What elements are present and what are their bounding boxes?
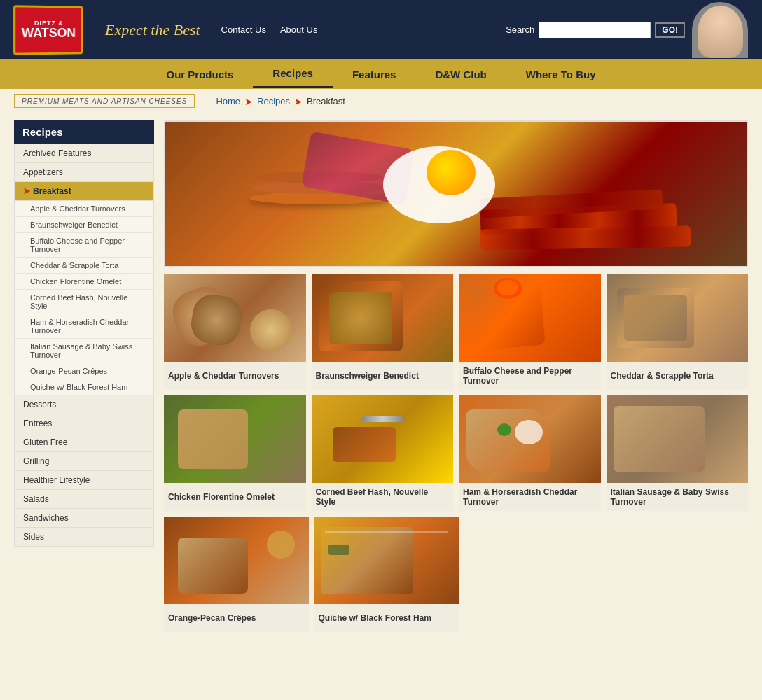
sidebar-item-grilling[interactable]: Grilling [15, 452, 153, 471]
recipe-thumb-apple-cheddar [164, 274, 306, 362]
sidebar-item-entrees[interactable]: Entrees [15, 414, 153, 433]
recipe-label-orange-pecan: Orange-Pecan Crêpes [164, 604, 309, 632]
sidebar-item-healthier-lifestyle[interactable]: Healthier Lifestyle [15, 471, 153, 490]
sidebar: Recipes Archived Features Appetizers ➤ B… [14, 120, 154, 632]
content-area: Recipes Archived Features Appetizers ➤ B… [0, 113, 762, 646]
sidebar-subitem-apple-cheddar[interactable]: Apple & Cheddar Turnovers [15, 201, 153, 217]
recipe-thumb-buffalo [459, 274, 601, 362]
lady-silhouette [698, 6, 743, 58]
recipe-card-orange-pecan[interactable]: Orange-Pecan Crêpes [164, 517, 309, 632]
recipe-label-corned-beef: Corned Beef Hash, Nouvelle Style [312, 483, 454, 511]
recipe-thumb-ham-horseradish [459, 396, 601, 483]
main-navigation: Our Products Recipes Features D&W Club W… [0, 59, 762, 89]
recipe-card-apple-cheddar[interactable]: Apple & Cheddar Turnovers [164, 274, 306, 390]
sidebar-item-gluten-free[interactable]: Gluten Free [15, 433, 153, 452]
hero-food-visual [165, 122, 747, 266]
recipe-label-quiche: Quiche w/ Black Forest Ham [314, 604, 459, 632]
nav-features[interactable]: Features [333, 62, 416, 88]
sidebar-subitem-orange-pecan[interactable]: Orange-Pecan Crêpes [15, 363, 153, 379]
recipe-label-chicken-florentine: Chicken Florentine Omelet [164, 483, 306, 511]
recipe-thumb-corned-beef [312, 396, 454, 483]
brand-main: WATSON [22, 27, 76, 41]
recipe-thumb-quiche [314, 517, 459, 604]
sidebar-subitem-buffalo[interactable]: Buffalo Cheese and Pepper Turnover [15, 233, 153, 258]
recipe-thumb-italian-sausage [607, 396, 749, 483]
recipe-label-buffalo: Buffalo Cheese and Pepper Turnover [459, 362, 601, 390]
sidebar-item-sides[interactable]: Sides [15, 528, 153, 547]
sidebar-item-archived-features[interactable]: Archived Features [15, 144, 153, 163]
nav-recipes[interactable]: Recipes [253, 60, 333, 88]
recipe-grid-row1: Apple & Cheddar Turnovers Braunschweiger… [164, 274, 748, 390]
sidebar-item-desserts[interactable]: Desserts [15, 396, 153, 414]
recipe-card-braunschweiger[interactable]: Braunschweiger Benedict [312, 274, 454, 390]
recipe-grid-row3: Orange-Pecan Crêpes Quiche w/ Black Fore… [164, 517, 748, 632]
recipe-thumb-orange-pecan [164, 517, 309, 604]
search-label: Search [506, 24, 534, 35]
sidebar-subitem-corned-beef[interactable]: Corned Beef Hash, Nouvelle Style [15, 290, 153, 314]
sidebar-item-sandwiches[interactable]: Sandwiches [15, 509, 153, 528]
top-links: Contact Us About Us [221, 24, 318, 35]
sidebar-subitem-ham[interactable]: Ham & Horseradish Cheddar Turnover [15, 314, 153, 339]
sidebar-item-salads[interactable]: Salads [15, 490, 153, 509]
contact-us-link[interactable]: Contact Us [221, 24, 266, 35]
sidebar-subitem-italian[interactable]: Italian Sausage & Baby Swiss Turnover [15, 339, 153, 363]
search-input[interactable] [539, 22, 651, 38]
logo-diamond: DIETZ & WATSON [13, 5, 83, 55]
hero-image [164, 120, 748, 267]
nav-where-to-buy[interactable]: Where To Buy [506, 62, 616, 88]
search-area: Search GO! [506, 22, 685, 38]
sidebar-item-breakfast[interactable]: ➤ Breakfast [15, 182, 153, 201]
top-navigation: DIETZ & WATSON Expect the Best Contact U… [0, 0, 762, 59]
recipe-card-chicken-florentine[interactable]: Chicken Florentine Omelet [164, 396, 306, 511]
breadcrumb-recipes[interactable]: Recipes [257, 96, 290, 106]
nav-our-products[interactable]: Our Products [147, 62, 254, 88]
breadcrumb-arrow-1: ➤ [244, 96, 253, 107]
nav-dw-club[interactable]: D&W Club [415, 62, 506, 88]
recipe-label-italian-sausage: Italian Sausage & Baby Swiss Turnover [607, 483, 749, 511]
search-go-button[interactable]: GO! [655, 22, 685, 38]
breadcrumb-arrow-2: ➤ [294, 96, 303, 107]
breadcrumb-current: Breakfast [307, 96, 345, 106]
sidebar-subitem-chicken[interactable]: Chicken Florentine Omelet [15, 274, 153, 290]
recipe-card-corned-beef[interactable]: Corned Beef Hash, Nouvelle Style [312, 396, 454, 511]
sidebar-menu: Archived Features Appetizers ➤ Breakfast… [14, 144, 154, 547]
sidebar-subitem-quiche[interactable]: Quiche w/ Black Forest Ham [15, 379, 153, 396]
recipe-card-ham-horseradish[interactable]: Ham & Horseradish Cheddar Turnover [459, 396, 601, 511]
tagline: Expect the Best [105, 21, 200, 39]
recipe-card-cheddar-scrapple[interactable]: Cheddar & Scrapple Torta [607, 274, 749, 390]
recipe-card-italian-sausage[interactable]: Italian Sausage & Baby Swiss Turnover [607, 396, 749, 511]
sidebar-title: Recipes [14, 120, 154, 144]
sidebar-subitem-braunschweiger[interactable]: Braunschweiger Benedict [15, 217, 153, 233]
recipes-main: Apple & Cheddar Turnovers Braunschweiger… [164, 120, 748, 632]
recipe-thumb-chicken-florentine [164, 396, 306, 483]
lady-image [692, 2, 748, 58]
breadcrumb-bar: PREMIUM MEATS AND ARTISAN CHEESES Home ➤… [0, 89, 762, 113]
recipe-card-buffalo[interactable]: Buffalo Cheese and Pepper Turnover [459, 274, 601, 390]
logo[interactable]: DIETZ & WATSON [14, 6, 84, 55]
breadcrumb-home[interactable]: Home [216, 96, 240, 106]
recipe-card-quiche[interactable]: Quiche w/ Black Forest Ham [314, 517, 459, 632]
premium-badge: PREMIUM MEATS AND ARTISAN CHEESES [14, 94, 195, 108]
about-us-link[interactable]: About Us [280, 24, 317, 35]
sidebar-item-appetizers[interactable]: Appetizers [15, 163, 153, 182]
breakfast-arrow-icon: ➤ [23, 186, 30, 196]
recipe-grid-row2: Chicken Florentine Omelet Corned Beef Ha… [164, 396, 748, 511]
sidebar-subitem-cheddar-scrapple[interactable]: Cheddar & Scrapple Torta [15, 258, 153, 274]
recipe-label-ham-horseradish: Ham & Horseradish Cheddar Turnover [459, 483, 601, 511]
recipe-thumb-cheddar-scrapple [607, 274, 749, 362]
recipe-thumb-braunschweiger [312, 274, 454, 362]
recipe-label-cheddar-scrapple: Cheddar & Scrapple Torta [607, 362, 749, 390]
recipe-label-apple-cheddar: Apple & Cheddar Turnovers [164, 362, 306, 390]
breadcrumb: Home ➤ Recipes ➤ Breakfast [216, 96, 345, 107]
recipe-label-braunschweiger: Braunschweiger Benedict [312, 362, 454, 390]
